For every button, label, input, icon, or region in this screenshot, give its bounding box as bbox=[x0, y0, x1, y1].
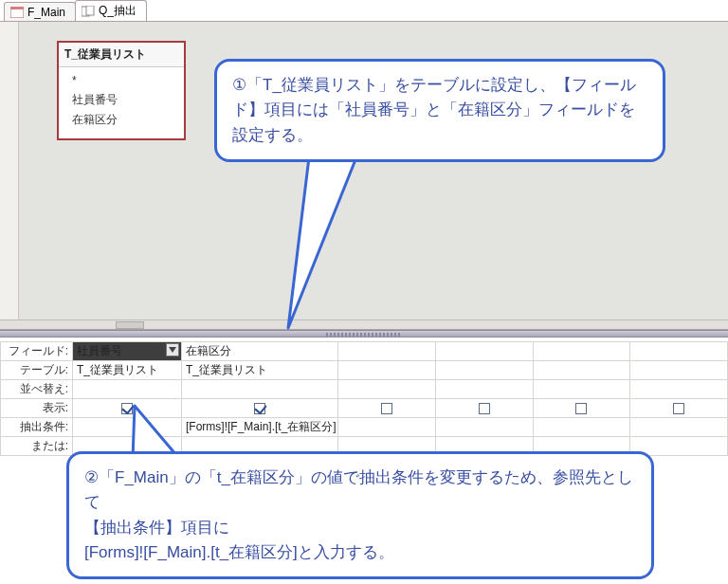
tab-label: F_Main bbox=[27, 6, 65, 19]
table-field[interactable]: 在籍区分 bbox=[72, 110, 176, 129]
dropdown-icon[interactable] bbox=[166, 343, 179, 356]
table-field[interactable]: 社員番号 bbox=[72, 90, 176, 109]
callout-2: ②「F_Main」の「t_在籍区分」の値で抽出条件を変更するため、参照先として … bbox=[66, 451, 654, 579]
table-cell-1[interactable]: T_従業員リスト bbox=[182, 361, 338, 380]
svg-rect-3 bbox=[86, 6, 94, 15]
row-label-criteria: 抽出条件: bbox=[1, 418, 73, 437]
query-icon bbox=[82, 6, 95, 17]
sort-cell-1[interactable] bbox=[182, 380, 338, 399]
row-label-show: 表示: bbox=[1, 399, 73, 418]
checkbox-icon[interactable] bbox=[673, 403, 684, 414]
table-cell-0[interactable]: T_従業員リスト bbox=[73, 361, 182, 380]
callout-text: ②「F_Main」の「t_在籍区分」の値で抽出条件を変更するため、参照先として … bbox=[84, 468, 633, 561]
field-cell-blank[interactable] bbox=[630, 342, 728, 361]
query-design-grid: フィールド: 社員番号 在籍区分 テーブル: T_従業員リスト T_従業員リスト… bbox=[0, 338, 728, 456]
svg-rect-1 bbox=[10, 7, 24, 9]
table-field-list[interactable]: * 社員番号 在籍区分 bbox=[59, 67, 184, 138]
criteria-cell-1[interactable]: [Forms]![F_Main].[t_在籍区分] bbox=[182, 418, 338, 437]
field-cell-blank[interactable] bbox=[435, 342, 533, 361]
svg-marker-5 bbox=[288, 157, 356, 328]
object-tabs: F_Main Q_抽出 bbox=[0, 0, 728, 21]
table-title: T_従業員リスト bbox=[59, 43, 184, 67]
svg-marker-4 bbox=[169, 347, 176, 353]
callout-text: ①「T_従業員リスト」をテーブルに設定し、【フィールド】項目には「社員番号」と「… bbox=[232, 76, 636, 144]
sort-cell-0[interactable] bbox=[73, 380, 182, 399]
tab-label: Q_抽出 bbox=[99, 3, 136, 19]
field-cell-blank[interactable] bbox=[533, 342, 630, 361]
form-icon bbox=[10, 7, 24, 18]
checkbox-icon[interactable] bbox=[575, 403, 587, 414]
left-gutter bbox=[0, 22, 19, 319]
checkbox-icon[interactable] bbox=[479, 403, 490, 414]
table-source-box[interactable]: T_従業員リスト * 社員番号 在籍区分 bbox=[57, 41, 186, 140]
checkbox-icon[interactable] bbox=[254, 403, 265, 414]
scroll-thumb[interactable] bbox=[116, 321, 144, 329]
row-label-field: フィールド: bbox=[1, 342, 73, 361]
tab-q-extract[interactable]: Q_抽出 bbox=[75, 0, 147, 21]
field-cell-0[interactable]: 社員番号 bbox=[73, 342, 182, 361]
row-label-or: または: bbox=[1, 437, 73, 456]
callout-1-pointer bbox=[281, 157, 385, 347]
show-cell-1[interactable] bbox=[182, 399, 338, 418]
table-field[interactable]: * bbox=[72, 71, 176, 90]
callout-1: ①「T_従業員リスト」をテーブルに設定し、【フィールド】項目には「社員番号」と「… bbox=[214, 59, 665, 162]
checkbox-icon[interactable] bbox=[381, 403, 392, 414]
row-label-table: テーブル: bbox=[1, 361, 73, 380]
row-label-sort: 並べ替え: bbox=[1, 380, 73, 399]
tab-f-main[interactable]: F_Main bbox=[4, 2, 76, 21]
